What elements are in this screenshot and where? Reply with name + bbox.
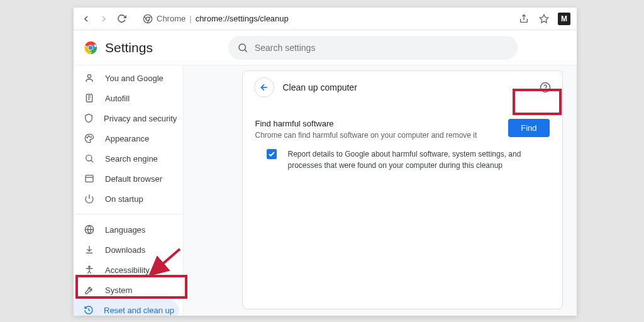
sidebar-item-appearance[interactable]: Appearance <box>74 128 183 148</box>
find-heading: Find harmful software <box>255 119 499 128</box>
autofill-icon <box>84 93 95 103</box>
sidebar-item-label: Appearance <box>105 134 149 143</box>
restore-icon <box>84 305 94 315</box>
svg-point-7 <box>89 45 92 49</box>
sidebar-item-search-engine[interactable]: Search engine <box>74 148 183 169</box>
share-icon[interactable] <box>518 13 530 25</box>
sidebar-item-accessibility[interactable]: Accessibility <box>74 260 183 280</box>
svg-point-17 <box>89 266 91 268</box>
sidebar-divider <box>74 214 183 214</box>
sidebar-item-default-browser[interactable]: Default browser <box>74 169 183 189</box>
svg-point-13 <box>91 136 91 137</box>
url-path: chrome://settings/cleanup <box>196 14 289 23</box>
checkmark-icon <box>268 150 275 158</box>
browser-icon <box>84 174 95 184</box>
search-input[interactable] <box>255 43 509 53</box>
sidebar-item-label: Default browser <box>105 174 162 184</box>
sidebar-item-label: On startup <box>105 194 143 204</box>
search-icon <box>84 153 95 164</box>
back-icon[interactable] <box>80 13 92 25</box>
sidebar-item-languages[interactable]: Languages <box>74 219 183 240</box>
sidebar-item-label: System <box>105 286 132 295</box>
sidebar-item-label: You and Google <box>105 74 164 83</box>
person-icon <box>84 73 95 83</box>
sidebar-item-you-and-google[interactable]: You and Google <box>74 68 183 88</box>
shield-icon <box>84 113 94 123</box>
wrench-icon <box>84 285 95 295</box>
page-title: Settings <box>105 40 153 55</box>
browser-window: Chrome | chrome://settings/cleanup M <box>74 8 577 316</box>
chrome-icon <box>143 14 153 24</box>
sidebar-item-label: Privacy and security <box>104 114 177 123</box>
palette-icon <box>84 133 95 143</box>
url-chip-label: Chrome <box>157 14 186 23</box>
chrome-logo-icon <box>84 41 97 55</box>
app-header: Settings <box>74 30 577 65</box>
report-label: Report details to Google about harmful s… <box>288 148 550 171</box>
globe-icon <box>84 225 95 235</box>
sidebar-item-autofill[interactable]: Autofill <box>74 88 183 108</box>
sidebar-item-label: Reset and clean up <box>104 306 174 315</box>
report-checkbox[interactable] <box>267 149 277 159</box>
sidebar-item-on-startup[interactable]: On startup <box>74 189 183 209</box>
back-button[interactable] <box>254 77 274 97</box>
content-area: Clean up computer Find harmful software … <box>184 65 577 316</box>
power-icon <box>84 194 95 204</box>
reload-icon[interactable] <box>115 13 128 25</box>
svg-point-12 <box>89 136 89 136</box>
url-chip[interactable]: Chrome | chrome://settings/cleanup <box>143 14 289 24</box>
cleanup-card: Clean up computer Find harmful software … <box>242 70 563 309</box>
svg-point-11 <box>87 137 87 138</box>
sidebar-item-downloads[interactable]: Downloads <box>74 240 183 260</box>
sidebar-item-label: Accessibility <box>105 265 150 275</box>
search-settings-box[interactable] <box>228 36 518 60</box>
sidebar-item-label: Search engine <box>105 154 158 164</box>
extension-badge[interactable]: M <box>558 13 570 25</box>
arrow-left-icon <box>259 82 269 92</box>
sidebar-item-privacy-and-security[interactable]: Privacy and security <box>74 108 183 128</box>
accessibility-icon <box>84 265 95 275</box>
sidebar-item-label: Languages <box>105 225 145 235</box>
search-icon <box>237 42 248 53</box>
find-desc: Chrome can find harmful software on your… <box>255 131 499 140</box>
download-icon <box>84 245 95 255</box>
settings-sidebar: You and GoogleAutofillPrivacy and securi… <box>74 65 184 316</box>
url-bar: Chrome | chrome://settings/cleanup M <box>74 8 577 30</box>
svg-point-9 <box>87 75 91 78</box>
star-icon[interactable] <box>538 13 550 25</box>
report-checkbox-row[interactable]: Report details to Google about harmful s… <box>255 140 550 171</box>
svg-rect-15 <box>86 175 93 182</box>
sidebar-item-label: Downloads <box>105 245 145 255</box>
forward-icon <box>97 13 110 25</box>
sidebar-item-reset-and-clean-up[interactable]: Reset and clean up <box>74 300 179 316</box>
settings-app: Settings You and GoogleAutofillPrivacy a… <box>74 30 577 316</box>
sidebar-item-system[interactable]: System <box>74 280 183 300</box>
svg-marker-2 <box>540 14 548 23</box>
help-icon[interactable] <box>540 82 551 93</box>
find-button[interactable]: Find <box>508 119 549 137</box>
card-title: Clean up computer <box>283 82 531 92</box>
svg-point-14 <box>86 155 92 161</box>
sidebar-item-label: Autofill <box>105 94 130 103</box>
svg-point-8 <box>239 44 246 51</box>
